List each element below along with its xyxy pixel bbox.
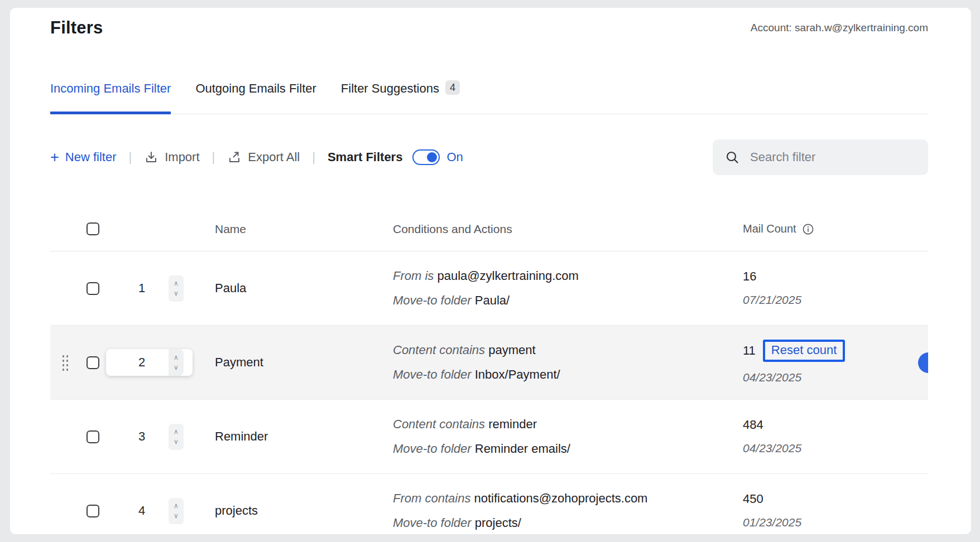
count-date: 04/23/2025	[743, 370, 928, 385]
order-number-input[interactable]: 1	[115, 281, 169, 296]
action-value: Inbox/Payment/	[475, 367, 560, 381]
filter-rows: 1 ∧ ∨ Paula From is paula@zylkertraining…	[50, 251, 928, 534]
plus-icon: +	[50, 151, 59, 163]
chevron-up-icon[interactable]: ∧	[174, 355, 179, 360]
conditions-and-actions: From is paula@zylkertraining.com Move-to…	[393, 268, 703, 308]
action-value: Reminder emails/	[475, 442, 570, 456]
search-icon	[725, 150, 740, 165]
tab-incoming-emails-filter[interactable]: Incoming Emails Filter	[50, 81, 171, 114]
filter-suggestions-count-badge: 4	[445, 80, 460, 95]
filter-row[interactable]: 2 ∧ ∨ Payment Content contains payment M…	[50, 326, 928, 400]
chevron-down-icon[interactable]: ∨	[174, 439, 179, 444]
condition-label: Content contains	[393, 343, 485, 357]
export-icon	[227, 150, 242, 164]
select-all-checkbox[interactable]	[87, 222, 99, 235]
toolbar-divider: |	[128, 150, 132, 164]
mail-count-value: 11	[743, 343, 756, 359]
condition-value: reminder	[488, 417, 537, 431]
chevron-down-icon[interactable]: ∨	[174, 365, 179, 370]
count-date: 07/21/2025	[743, 292, 928, 308]
import-icon	[144, 150, 158, 164]
search-filter-input[interactable]	[750, 150, 916, 164]
tab-label: Incoming Emails Filter	[50, 81, 171, 96]
chevron-down-icon[interactable]: ∨	[174, 513, 179, 519]
mail-count-value: 484	[743, 417, 763, 433]
condition-value: paula@zylkertraining.com	[437, 269, 578, 283]
count-date: 01/23/2025	[743, 515, 928, 530]
action-value: projects/	[475, 516, 521, 530]
tab-bar: Incoming Emails Filter Outgoing Emails F…	[50, 81, 928, 114]
new-filter-button[interactable]: + New filter	[50, 150, 116, 164]
conditions-and-actions: From contains notifications@zohoprojects…	[393, 491, 703, 531]
action-label: Move-to folder	[393, 516, 472, 530]
condition-label: From is	[393, 269, 434, 283]
conditions-and-actions: Content contains reminder Move-to folder…	[393, 417, 703, 457]
search-filter-box	[713, 139, 928, 175]
order-number-input[interactable]: 2	[115, 349, 169, 376]
drag-handle-icon[interactable]	[61, 354, 69, 371]
order-spinner: ∧ ∨	[169, 498, 184, 524]
order-control: 1 ∧ ∨	[106, 275, 193, 302]
order-control: 2 ∧ ∨	[106, 349, 193, 376]
info-icon[interactable]	[802, 223, 814, 235]
account-label: Account:	[751, 22, 792, 33]
mail-count-value: 450	[743, 491, 763, 507]
chevron-down-icon[interactable]: ∨	[174, 291, 179, 296]
header-name: Name	[193, 222, 393, 236]
order-control: 4 ∧ ∨	[106, 498, 193, 524]
row-checkbox[interactable]	[87, 430, 99, 443]
smart-filters-toggle[interactable]	[412, 149, 440, 165]
order-spinner: ∧ ∨	[169, 275, 184, 302]
condition-label: From contains	[393, 491, 470, 505]
import-label: Import	[165, 150, 199, 164]
mail-count-cell: 450 01/23/2025	[703, 491, 928, 530]
toggle-knob	[427, 152, 437, 162]
toolbar-divider: |	[212, 150, 215, 164]
filter-name: Paula	[193, 281, 393, 296]
order-control: 3 ∧ ∨	[106, 424, 193, 450]
reset-count-button[interactable]: Reset count	[763, 340, 845, 362]
header-conditions: Conditions and Actions	[393, 222, 703, 236]
filter-row[interactable]: 3 ∧ ∨ Reminder Content contains reminder…	[50, 400, 928, 474]
order-number-input[interactable]: 4	[115, 504, 169, 518]
tab-outgoing-emails-filter[interactable]: Outgoing Emails Filter	[195, 81, 316, 114]
filter-row[interactable]: 4 ∧ ∨ projects From contains notificatio…	[50, 474, 928, 534]
filter-row[interactable]: 1 ∧ ∨ Paula From is paula@zylkertraining…	[50, 251, 928, 326]
mail-count-cell: 16 07/21/2025	[703, 269, 928, 308]
export-all-button[interactable]: Export All	[227, 150, 300, 164]
account-info: Account: sarah.w@zylkertraining.com	[751, 17, 928, 39]
chevron-up-icon[interactable]: ∧	[174, 503, 179, 509]
mail-count-label: Mail Count	[743, 222, 796, 235]
table-header: Name Conditions and Actions Mail Count	[50, 207, 928, 251]
import-button[interactable]: Import	[144, 150, 199, 164]
filter-name: Payment	[193, 355, 393, 370]
filter-name: Reminder	[193, 429, 393, 444]
condition-label: Content contains	[393, 417, 485, 431]
mail-count-cell: 11 Reset count 04/23/2025	[703, 340, 928, 385]
conditions-and-actions: Content contains payment Move-to folder …	[393, 342, 703, 383]
condition-value: notifications@zohoprojects.com	[474, 491, 648, 505]
filters-settings-card: Filters Account: sarah.w@zylkertraining.…	[10, 8, 971, 534]
mail-count-value: 16	[743, 269, 756, 284]
tab-label: Outgoing Emails Filter	[195, 81, 316, 96]
row-checkbox[interactable]	[87, 505, 99, 517]
chevron-up-icon[interactable]: ∧	[174, 280, 179, 286]
account-email: sarah.w@zylkertraining.com	[795, 22, 928, 33]
condition-value: payment	[488, 343, 535, 357]
header-mail-count: Mail Count	[703, 222, 928, 235]
action-label: Move-to folder	[393, 367, 472, 381]
order-number-input[interactable]: 3	[115, 429, 169, 444]
row-checkbox[interactable]	[87, 282, 99, 295]
count-date: 04/23/2025	[743, 441, 928, 456]
toolbar-divider: |	[312, 150, 315, 164]
order-spinner: ∧ ∨	[169, 349, 184, 376]
export-all-label: Export All	[248, 150, 300, 164]
mail-count-cell: 484 04/23/2025	[703, 417, 928, 456]
smart-filters-state: On	[446, 150, 463, 164]
action-label: Move-to folder	[393, 442, 472, 456]
chevron-up-icon[interactable]: ∧	[174, 429, 179, 434]
tab-label: Filter Suggestions	[341, 81, 439, 96]
filters-toolbar: + New filter | Import | Export	[50, 139, 928, 176]
tab-filter-suggestions[interactable]: Filter Suggestions 4	[341, 81, 460, 114]
row-checkbox[interactable]	[87, 356, 99, 369]
